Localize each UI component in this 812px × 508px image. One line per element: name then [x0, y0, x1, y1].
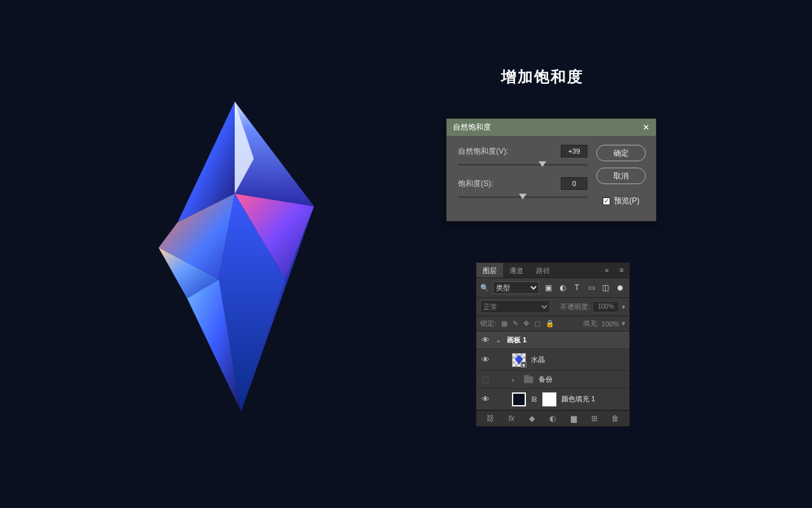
new-layer-icon[interactable]: ⊞ [589, 414, 600, 423]
chevron-right-icon[interactable]: › [512, 376, 518, 384]
visibility-toggle[interactable]: ▢ [480, 375, 490, 384]
trash-icon[interactable]: 🗑 [610, 414, 621, 423]
filter-type-select[interactable]: 类型 [493, 281, 539, 294]
layer-thumb: ▣ [512, 353, 526, 367]
adjustment-icon[interactable]: ◐ [547, 414, 558, 423]
page-title: 增加饱和度 [501, 67, 584, 87]
chevron-down-icon[interactable]: ⌄ [495, 336, 502, 344]
opacity-label: 不透明度: [560, 302, 590, 312]
vibrance-input[interactable] [561, 145, 587, 157]
mask-link-icon[interactable]: ⛓ [531, 396, 537, 403]
filter-shape-icon[interactable]: ▭ [586, 283, 597, 293]
ok-button[interactable]: 确定 [596, 145, 646, 161]
cancel-button[interactable]: 取消 [596, 168, 646, 184]
lock-all-icon[interactable]: 🔒 [546, 319, 554, 328]
layer-name: 画板 1 [507, 335, 527, 345]
saturation-input[interactable] [561, 177, 587, 190]
layer-name: 水晶 [531, 355, 545, 364]
layer-backup-folder[interactable]: ▢ › 备份 [476, 371, 629, 389]
canvas-crystal [159, 89, 336, 419]
visibility-toggle[interactable]: 👁 [480, 355, 490, 364]
mask-icon[interactable]: ◆ [527, 414, 538, 423]
filter-pixel-icon[interactable]: ▣ [543, 283, 554, 293]
filter-type-icon[interactable]: T [572, 283, 582, 293]
dialog-title-text: 自然饱和度 [453, 122, 491, 133]
link-layers-icon[interactable]: ⛓ [485, 414, 496, 423]
mask-thumb [542, 392, 556, 406]
layers-panel: 图层 通道 路径 » ≡ 🔍 类型 ▣ ◐ T ▭ ◫ 正常 不透明度: 100… [476, 262, 630, 427]
tab-layers[interactable]: 图层 [476, 263, 503, 277]
preview-checkbox[interactable]: ✓ [603, 197, 610, 205]
opacity-value[interactable]: 100% [593, 301, 619, 312]
fill-label: 填充: [583, 319, 599, 328]
close-icon[interactable]: ✕ [643, 123, 650, 132]
group-icon[interactable]: ▆ [568, 414, 579, 423]
vibrance-slider[interactable] [458, 164, 587, 166]
filter-toggle[interactable] [615, 283, 625, 293]
layer-filter-row: 🔍 类型 ▣ ◐ T ▭ ◫ [476, 278, 629, 298]
visibility-toggle[interactable]: 👁 [480, 335, 490, 345]
chevron-down-icon[interactable]: ▾ [622, 303, 625, 311]
lock-label: 锁定: [480, 319, 496, 328]
visibility-toggle[interactable]: 👁 [480, 394, 490, 404]
lock-brush-icon[interactable]: ✎ [513, 319, 518, 328]
vibrance-label: 自然饱和度(V): [458, 146, 561, 157]
lock-move-icon[interactable]: ✥ [523, 319, 529, 328]
search-icon: 🔍 [480, 284, 489, 292]
lock-trans-icon[interactable]: ▦ [501, 319, 508, 328]
panel-collapse-icon[interactable]: » [599, 263, 614, 277]
layer-color-fill[interactable]: 👁 ⛓ 颜色填充 1 [476, 389, 629, 410]
folder-icon [523, 376, 534, 384]
fx-icon[interactable]: fx [506, 414, 517, 423]
blend-mode-select[interactable]: 正常 [480, 300, 550, 313]
layer-name: 备份 [539, 375, 553, 384]
layer-name: 颜色填充 1 [561, 394, 595, 404]
fill-swatch [512, 392, 526, 406]
saturation-slider[interactable] [458, 196, 587, 198]
fill-value[interactable]: 100% [601, 320, 619, 328]
dialog-titlebar[interactable]: 自然饱和度 ✕ [447, 119, 656, 136]
saturation-label: 饱和度(S): [458, 178, 561, 189]
layer-crystal[interactable]: 👁 ▣ 水晶 [476, 349, 629, 371]
layer-artboard[interactable]: 👁 ⌄ 画板 1 [476, 331, 629, 349]
vibrance-dialog: 自然饱和度 ✕ 自然饱和度(V): 饱和度(S): 确定 取消 ✓ [446, 118, 657, 222]
panel-menu-icon[interactable]: ≡ [615, 263, 629, 277]
filter-smart-icon[interactable]: ◫ [601, 283, 612, 293]
preview-label: 预览(P) [614, 196, 639, 206]
chevron-down-icon[interactable]: ▾ [622, 319, 625, 328]
tab-channels[interactable]: 通道 [503, 263, 530, 277]
tab-paths[interactable]: 路径 [530, 263, 556, 277]
filter-adjust-icon[interactable]: ◐ [557, 283, 568, 293]
smart-object-icon: ▣ [521, 362, 527, 368]
lock-artboard-icon[interactable]: ▢ [534, 319, 540, 328]
